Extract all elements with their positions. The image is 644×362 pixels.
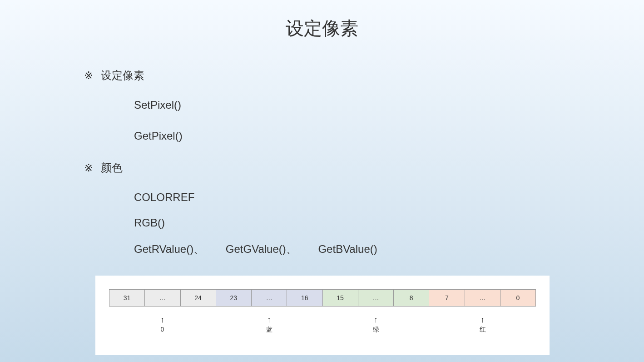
bit-cell: … — [252, 290, 287, 306]
bullet-icon: ※ — [84, 69, 93, 82]
arrow-up-icon: ↑ — [429, 316, 536, 324]
arrow-up-icon: ↑ — [109, 316, 216, 324]
item-colorref: COLORREF — [134, 191, 644, 204]
bit-cell: … — [145, 290, 180, 306]
arrow-zero: ↑ 0 — [109, 316, 216, 334]
bit-cell: 31 — [109, 290, 145, 306]
section-color: ※ 颜色 — [84, 161, 644, 175]
arrow-label: 蓝 — [216, 326, 322, 334]
bit-cell: … — [358, 290, 394, 306]
arrow-green: ↑ 绿 — [322, 316, 429, 334]
arrow-row: ↑ 0 ↑ 蓝 ↑ 绿 ↑ 红 — [109, 316, 536, 334]
bit-diagram: 31 … 24 23 … 16 15 … 8 7 … 0 ↑ 0 ↑ 蓝 ↑ 绿… — [95, 276, 550, 355]
arrow-label: 绿 — [322, 326, 429, 334]
bit-cell: 23 — [216, 290, 252, 306]
bit-cell: 15 — [323, 290, 358, 306]
item-getpixel: GetPixel() — [134, 130, 644, 142]
arrow-up-icon: ↑ — [322, 316, 429, 324]
arrow-label: 红 — [429, 326, 536, 334]
arrow-up-icon: ↑ — [216, 316, 322, 324]
bit-cell: 0 — [500, 290, 535, 306]
arrow-blue: ↑ 蓝 — [216, 316, 322, 334]
bit-cell: 8 — [394, 290, 429, 306]
section-pixel: ※ 设定像素 — [84, 68, 644, 83]
bit-cell: 16 — [287, 290, 322, 306]
bit-row: 31 … 24 23 … 16 15 … 8 7 … 0 — [109, 289, 536, 307]
item-setpixel: SetPixel() — [134, 99, 644, 111]
section-color-label: 颜色 — [101, 161, 123, 174]
item-rgb: RGB() — [134, 216, 644, 229]
section-pixel-label: 设定像素 — [101, 69, 144, 81]
item-getrvalue: GetRValue()、 — [134, 242, 204, 256]
arrow-label: 0 — [109, 326, 216, 333]
bit-cell: … — [465, 290, 500, 306]
bullet-icon: ※ — [84, 161, 93, 174]
bit-cell: 24 — [181, 290, 216, 306]
item-getbvalue: GetBValue() — [318, 243, 377, 256]
item-getgvalue: GetGValue()、 — [226, 242, 297, 256]
item-getters: GetRValue()、 GetGValue()、 GetBValue() — [134, 242, 644, 256]
slide-title: 设定像素 — [0, 0, 644, 41]
bit-cell: 7 — [429, 290, 465, 306]
arrow-red: ↑ 红 — [429, 316, 536, 334]
content-block: ※ 设定像素 SetPixel() GetPixel() ※ 颜色 COLORR… — [84, 68, 644, 256]
